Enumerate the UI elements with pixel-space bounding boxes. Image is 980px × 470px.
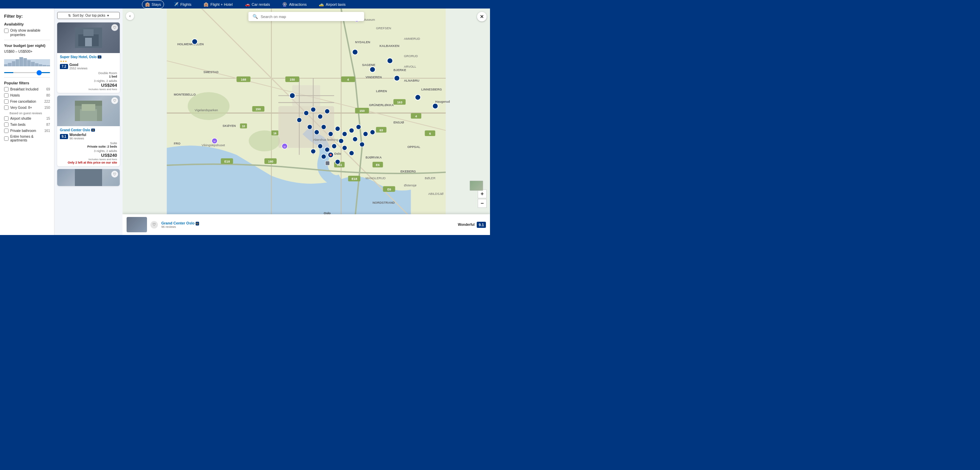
budget-bar [47, 65, 50, 66]
very-good-count: 150 [44, 106, 50, 110]
hotel-card-2[interactable]: ♡ Grand Center Oslo G 9.1 Wonderful 96 r… [57, 95, 120, 166]
svg-point-122 [394, 76, 399, 81]
svg-rect-8 [75, 169, 102, 186]
svg-point-94 [297, 118, 301, 122]
twin-beds-checkbox[interactable] [4, 122, 8, 127]
twin-beds-label: Twin beds [10, 123, 25, 127]
svg-point-92 [318, 114, 323, 119]
svg-point-96 [314, 130, 319, 135]
svg-point-106 [321, 154, 326, 159]
bottom-hotel-card[interactable]: ♡ Grand Center Oslo G 96 reviews Wonderf… [123, 214, 490, 235]
budget-bar [31, 62, 34, 67]
svg-text:SKØYEN: SKØYEN [223, 124, 236, 127]
budget-bar [24, 58, 27, 66]
svg-text:Østensjø: Østensjø [404, 184, 417, 187]
svg-point-119 [352, 49, 358, 55]
svg-text:E18: E18 [224, 160, 230, 163]
score-reviews-2: 96 reviews [69, 137, 86, 140]
airport-shuttle-checkbox[interactable] [4, 116, 8, 121]
svg-point-101 [339, 138, 343, 143]
favorite-button-1[interactable]: ♡ [111, 24, 118, 31]
nav-stays-label: Stays [152, 2, 161, 6]
map-thumbnail[interactable] [469, 181, 483, 191]
score-row-1: 7.2 Good 2552 reviews [60, 63, 117, 70]
map-background: 168 150 4 150 63 161 E6 4 163 6 [123, 8, 490, 235]
svg-point-90 [304, 111, 309, 115]
nav-flight-hotel[interactable]: 🏨 Flight + Hotel [201, 1, 235, 8]
score-badge-2: 9.1 [60, 134, 68, 139]
svg-text:E18: E18 [352, 177, 357, 181]
svg-text:63: 63 [379, 129, 383, 132]
very-good-checkbox[interactable] [4, 105, 8, 110]
svg-point-125 [387, 58, 393, 63]
nav-airport-taxis[interactable]: 🚕 Airport taxis [316, 1, 348, 8]
sort-bar: ⇅ Sort by: Our top picks ▾ [57, 12, 120, 19]
svg-text:150: 150 [290, 78, 295, 81]
bottom-card-genius-badge: G [196, 222, 199, 225]
zoom-out-button[interactable]: − [478, 199, 487, 208]
svg-text:MONTEBELLO: MONTEBELLO [174, 93, 196, 96]
availability-checkbox[interactable] [4, 29, 8, 33]
hotel-image-2: ♡ [57, 95, 120, 126]
breakfast-filter-row: Breakfast Included 69 [4, 87, 50, 92]
map-close-button[interactable]: ✕ [477, 12, 487, 21]
svg-point-114 [349, 151, 354, 156]
hotels-checkbox[interactable] [4, 93, 8, 98]
budget-chart-bars [4, 56, 50, 66]
hotel-photo-3 [57, 169, 120, 186]
private-bathroom-checkbox[interactable] [4, 129, 8, 133]
svg-text:4: 4 [347, 78, 349, 81]
hotel-card-3[interactable]: ♡ Oslo Central Suites G [57, 169, 120, 186]
nav-attractions[interactable]: 🎡 Attractions [279, 1, 309, 8]
svg-point-100 [342, 132, 347, 137]
free-cancellation-checkbox[interactable] [4, 99, 8, 104]
svg-text:M: M [283, 146, 285, 148]
sort-button[interactable]: ⇅ Sort by: Our top picks ▾ [57, 12, 120, 19]
favorite-button-2[interactable]: ♡ [111, 97, 118, 104]
hotel-card-1[interactable]: ♡ Super Stay Hotel, Oslo G ★★★ 7.2 Good … [57, 22, 120, 93]
hotel-photo-1 [57, 22, 120, 53]
map-search-text: Search on map [261, 14, 286, 19]
price-1: US$264 [60, 83, 117, 88]
svg-rect-6 [80, 109, 97, 121]
svg-point-115 [335, 159, 340, 164]
private-bathroom-count: 161 [44, 129, 50, 133]
room-detail-1: 1 bed [60, 75, 117, 78]
score-label-1: Good [69, 63, 88, 67]
svg-point-93 [325, 109, 329, 114]
nav-car-rentals[interactable]: 🚗 Car rentals [242, 1, 273, 8]
svg-text:ABILDSJØ: ABILDSJØ [428, 192, 444, 195]
free-cancellation-filter-row: Free cancellation 222 [4, 99, 50, 104]
svg-point-112 [360, 142, 364, 146]
svg-text:SMESTAD: SMESTAD [204, 70, 219, 74]
svg-rect-2 [83, 29, 94, 36]
stays-icon: 🏨 [145, 2, 150, 7]
breakfast-checkbox[interactable] [4, 87, 8, 92]
favorite-button-3[interactable]: ♡ [111, 171, 118, 178]
hotels-count: 80 [46, 94, 50, 97]
filter-title: Filter by: [4, 14, 50, 19]
nav-stays[interactable]: 🏨 Stays [142, 0, 164, 8]
nav-flights[interactable]: ✈️ Flights [171, 1, 194, 8]
budget-bar [12, 61, 15, 66]
entire-homes-checkbox[interactable] [4, 137, 8, 141]
bottom-card-favorite-button[interactable]: ♡ [150, 221, 158, 229]
nights-info-1: 3 nights, 2 adults [60, 79, 117, 83]
svg-rect-3 [85, 38, 92, 46]
svg-point-108 [356, 124, 361, 129]
twin-beds-count: 87 [46, 123, 50, 127]
map-collapse-button[interactable]: ‹ [126, 12, 134, 20]
svg-text:EKEBERG: EKEBERG [401, 170, 416, 173]
svg-point-123 [415, 95, 421, 100]
svg-text:MANGLERUD: MANGLERUD [366, 176, 385, 180]
availability-section-title: Availability [4, 22, 50, 26]
budget-slider[interactable] [4, 72, 50, 73]
svg-text:Oslo: Oslo [334, 152, 341, 156]
svg-point-102 [332, 144, 337, 149]
free-cancellation-count: 222 [44, 100, 50, 103]
map-zoom-controls: + − [478, 189, 487, 208]
svg-point-113 [342, 146, 347, 150]
svg-text:E6: E6 [375, 163, 379, 167]
svg-text:Vikingskipshuset: Vikingskipshuset [202, 143, 225, 147]
bottom-card-score-section: Wonderful [458, 223, 474, 227]
